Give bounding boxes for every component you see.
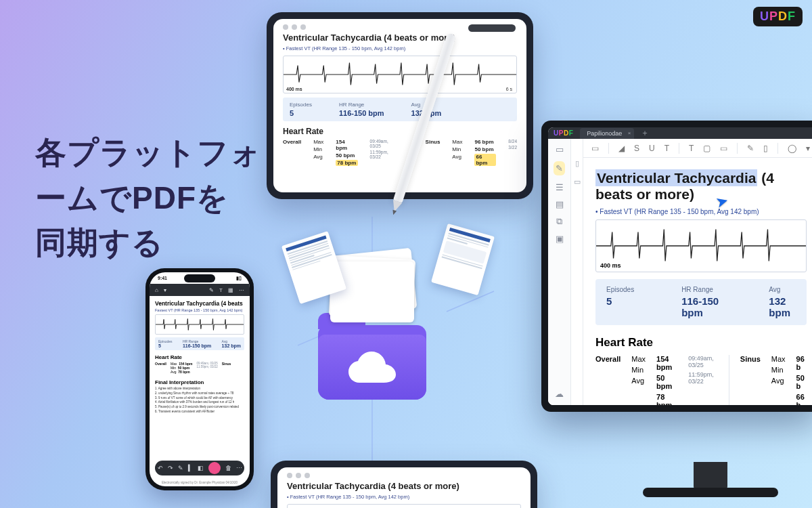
stats-band: Episodes5 HR Range116-150 bpm Avg132 bpm (155, 337, 244, 350)
app-titlebar: UPDF Papilionodae× ＋ (548, 127, 812, 139)
brand-logo-small: UPDF (554, 129, 573, 137)
ecg-chart: 400 ms 6 s (283, 56, 517, 93)
form-icon[interactable]: ▤ (556, 199, 564, 209)
undo-icon[interactable]: ↶ (158, 465, 163, 471)
edit-icon[interactable]: ☰ (556, 182, 564, 192)
section-heading: Final Interpretation (155, 379, 244, 385)
document-title: Ventricular Tachycardia (4 beats (155, 300, 244, 307)
textbox-icon[interactable]: ▢ (703, 144, 710, 153)
eraser-tool-icon[interactable]: ▯ (763, 144, 768, 153)
note-icon[interactable]: ▯ (575, 159, 579, 168)
stats-band: Episodes5 HR Range116-150 bpm Avg132 bpm (283, 98, 517, 121)
more-icon[interactable]: ⋯ (239, 287, 244, 293)
reader-icon[interactable]: ▭ (556, 144, 564, 154)
document-subtitle: Fastest VT (HR Range 135 - 150 bpm, Avg … (287, 494, 521, 500)
interpretation-list: 1. Agree with above interpretation 2. un… (155, 387, 244, 415)
cloud-sync-folder (318, 284, 426, 400)
cloud-icon (348, 352, 396, 383)
battery-icon: ▮▯ (236, 276, 242, 281)
stamp-icon[interactable]: ▾ (806, 144, 810, 153)
pen-icon[interactable]: ✎ (178, 465, 183, 471)
comment-icon[interactable]: ▭ (574, 177, 581, 186)
close-tab-icon[interactable]: × (628, 130, 631, 136)
redo-icon[interactable]: ↷ (168, 465, 173, 471)
text-icon[interactable]: T (219, 287, 223, 293)
document-subtitle: Fastest VT (HR Range 135 - 150 bpm, Avg … (155, 308, 244, 312)
document-subtitle: Fastest VT (HR Range 135 - 150 bpm, Avg … (595, 208, 807, 215)
organize-icon[interactable]: ⧉ (556, 216, 562, 227)
ipad-toolbar-pill (468, 24, 516, 32)
heart-rate-table: Overall Max Min Avg 154 bpm 50 bpm 78 bp… (283, 139, 517, 166)
squiggly-icon[interactable]: T (664, 144, 669, 153)
new-tab-button[interactable]: ＋ (641, 127, 649, 139)
svg-line-2 (447, 291, 494, 312)
document-page: Ventricular Tachycardia (4 beats or more… (583, 158, 812, 405)
section-heading: Heart Rate (155, 354, 244, 360)
cloud-icon[interactable]: ☁ (555, 389, 564, 399)
headline: 各プラットフォ ームでPDFを 同期する (35, 130, 262, 266)
grid-icon[interactable]: ▦ (228, 287, 233, 293)
cursor-icon[interactable]: ▭ (591, 144, 599, 153)
document-title: Ventricular Tachycardia (4 beats or more… (287, 481, 521, 491)
ipad-device: Ventricular Tachycardia (4 beats or more… (267, 12, 533, 199)
heart-rate-table: Overall Max 154 bpm Min 50 bpm Avg 78 bp… (155, 362, 244, 374)
text-tool-icon[interactable]: T (689, 144, 694, 153)
iphone-device: 9:41 ▮▯ ⌂ ▾ ✎ T ▦ ⋯ Ventricular Tachycar… (145, 268, 254, 490)
home-icon[interactable]: ⌂ (155, 287, 158, 293)
signature-line: Electronically signed by Dr. Example Phy… (150, 481, 250, 484)
ecg-chart (155, 314, 244, 335)
underline-icon[interactable]: U (649, 144, 655, 153)
iphone-bottom-toolbar[interactable]: ↶ ↷ ✎ ▍ ◧ 🗑 ⋯ (155, 461, 244, 475)
document-subtitle: Fastest VT (HR Range 135 - 150 bpm, Avg … (283, 45, 517, 51)
section-heading: Heart Rate (283, 127, 517, 136)
desktop-monitor: UPDF Papilionodae× ＋ ▭ ✎ ☰ ▤ ⧉ ▣ ☁ 🔖 ▯ ▭ (541, 121, 812, 412)
floating-document-icon (431, 224, 495, 295)
ecg-chart: 400 ms (595, 219, 807, 272)
notch-icon (184, 274, 215, 282)
window-controls-icon (287, 473, 521, 478)
pen-tool-icon[interactable]: ✎ (747, 144, 754, 153)
monitor-stand (643, 462, 778, 508)
document-title: Ventricular Tachycardia (4 beats or more… (595, 170, 807, 203)
highlighter-icon[interactable]: ▍ (188, 465, 193, 471)
eraser-icon[interactable]: ◧ (198, 465, 204, 471)
iphone-app-toolbar[interactable]: ⌂ ▾ ✎ T ▦ ⋯ (150, 284, 250, 296)
annotation-strip[interactable]: ▯ ▭ (571, 139, 583, 405)
ecg-chart (287, 504, 521, 508)
ipad-device-bottom: Ventricular Tachycardia (4 beats or more… (271, 461, 537, 508)
chevron-down-icon[interactable]: ▾ (164, 287, 166, 293)
trash-icon[interactable]: 🗑 (225, 465, 231, 471)
pencil-icon[interactable]: ✎ (209, 287, 214, 293)
heart-rate-table: Overall Max Min Avg 154 bpm 50 bpm 78 bp… (595, 355, 807, 405)
format-toolbar[interactable]: ▭ ◢ S U T T ▢ ▭ ✎ ▯ ◯ ▾ (583, 139, 812, 158)
shape-circle-icon[interactable]: ◯ (788, 144, 796, 153)
document-tab[interactable]: Papilionodae× (580, 128, 634, 139)
strikethrough-icon[interactable]: S (634, 144, 639, 153)
section-heading: Heart Rate (595, 336, 807, 350)
stats-band: Episodes5 HR Range116-150 bpm Avg132 bpm (595, 279, 807, 325)
highlight-icon[interactable]: ◢ (618, 144, 625, 153)
document-title: Ventricular Tachycardia (4 beats or more… (283, 33, 517, 43)
color-swatch[interactable] (208, 462, 221, 474)
annotate-icon[interactable]: ✎ (554, 161, 565, 175)
callout-icon[interactable]: ▭ (720, 144, 727, 153)
tools-icon[interactable]: ▣ (556, 234, 564, 244)
left-sidebar[interactable]: ▭ ✎ ☰ ▤ ⧉ ▣ ☁ 🔖 (548, 139, 571, 405)
more-icon[interactable]: ⋯ (236, 465, 242, 471)
brand-logo: UPDF (753, 7, 803, 26)
